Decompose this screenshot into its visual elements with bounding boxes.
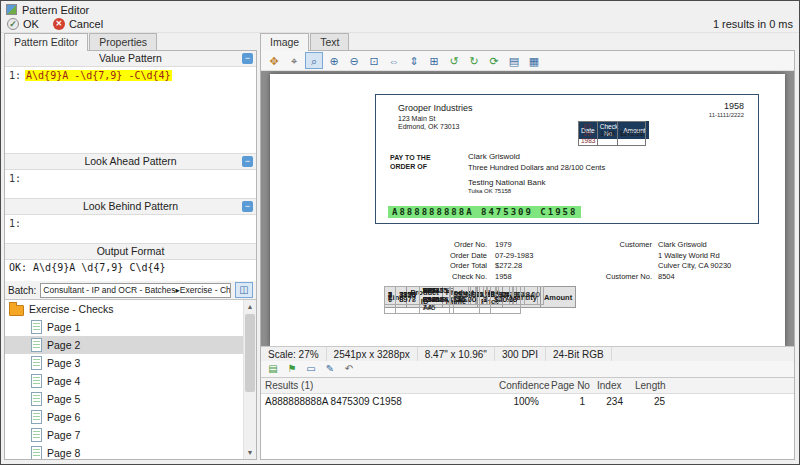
pan-tool-icon[interactable]: ✥ bbox=[265, 52, 283, 69]
zoom-fit-icon[interactable]: ⊡ bbox=[365, 52, 383, 69]
column-page-no[interactable]: Page No bbox=[551, 380, 597, 391]
check-company: Grooper Industries bbox=[398, 103, 473, 113]
ok-button[interactable]: ✓ OK bbox=[7, 18, 39, 30]
column-length[interactable]: Length bbox=[635, 380, 677, 391]
save-icon[interactable]: ▤ bbox=[505, 52, 523, 69]
result-text: A888888888A 8475309 C1958 bbox=[261, 396, 499, 407]
collapse-value-pattern-button[interactable]: − bbox=[242, 53, 253, 64]
collapse-look-ahead-button[interactable]: − bbox=[242, 156, 253, 167]
stub-amount: $272.28 bbox=[617, 122, 646, 146]
tree-scrollbar[interactable]: ▲ ▼ bbox=[243, 300, 256, 459]
check-address2: Edmond, OK 73013 bbox=[398, 123, 460, 130]
order-field-value: 1958 bbox=[495, 272, 512, 283]
zoom-in-icon[interactable]: ⊕ bbox=[325, 52, 343, 69]
app-icon bbox=[6, 4, 17, 15]
batch-combobox[interactable]: Consultant - IP and OCR - Batches▸Exerci… bbox=[40, 283, 231, 298]
batch-browse-button[interactable]: ◫ bbox=[235, 282, 253, 298]
pattern-editor-panel: Pattern Editor Properties Value Pattern … bbox=[4, 33, 257, 460]
tree-item-page-1[interactable]: Page 1 bbox=[5, 318, 256, 336]
window-title: Pattern Editor bbox=[22, 4, 89, 16]
order-field-value: 07-29-1983 bbox=[495, 251, 533, 262]
tree-item-page-5[interactable]: Page 5 bbox=[5, 390, 256, 408]
document-page: Grooper Industries 123 Main St Edmond, O… bbox=[270, 74, 785, 346]
result-row[interactable]: A888888888A 8475309 C1958 100% 1 234 25 bbox=[261, 394, 794, 409]
scroll-up-button[interactable]: ▲ bbox=[244, 300, 256, 313]
tree-item-page-4[interactable]: Page 4 bbox=[5, 372, 256, 390]
result-confidence: 100% bbox=[499, 396, 551, 407]
status-dpi: 300 DPI bbox=[495, 347, 546, 361]
zones-icon[interactable]: ▭ bbox=[303, 362, 319, 376]
look-behind-input[interactable]: 1: bbox=[5, 214, 256, 244]
export-grid-icon[interactable]: ▦ bbox=[525, 52, 543, 69]
check-payee: Clark Griswold bbox=[468, 152, 520, 161]
batch-value: Consultant - IP and OCR - Batches▸Exerci… bbox=[43, 285, 231, 295]
check-address1: 123 Main St bbox=[398, 115, 435, 122]
order-field-label: Order Total bbox=[430, 261, 495, 272]
tree-root-label: Exercise - Checks bbox=[29, 303, 114, 315]
pay-to-label: PAY TO THE ORDER OF bbox=[390, 153, 431, 171]
zoom-width-icon[interactable]: ⇔ bbox=[385, 52, 403, 69]
page-icon bbox=[31, 392, 42, 406]
zoom-height-icon[interactable]: ⇕ bbox=[405, 52, 423, 69]
flag-icon[interactable]: ⚑ bbox=[284, 362, 300, 376]
tab-text[interactable]: Text bbox=[310, 33, 349, 50]
tree-item-page-7[interactable]: Page 7 bbox=[5, 426, 256, 444]
result-page: 1 bbox=[551, 396, 597, 407]
cancel-icon: ✕ bbox=[53, 18, 65, 30]
status-scale: Scale: 27% bbox=[261, 347, 327, 361]
zoom-out-icon[interactable]: ⊖ bbox=[345, 52, 363, 69]
refresh-icon[interactable]: ⟳ bbox=[485, 52, 503, 69]
look-ahead-input[interactable]: 1: bbox=[5, 169, 256, 199]
left-tabstrip: Pattern Editor Properties bbox=[4, 33, 257, 50]
results-status: 1 results in 0 ms bbox=[713, 18, 793, 30]
status-pixel-size: 2541px x 3288px bbox=[327, 347, 418, 361]
zoom-actual-icon[interactable]: ⊞ bbox=[425, 52, 443, 69]
scroll-down-button[interactable]: ▼ bbox=[244, 446, 256, 459]
tree-item-page-6[interactable]: Page 6 bbox=[5, 408, 256, 426]
value-pattern-input[interactable]: 1:A\d{9}A -\d{7,9} -C\d{4} bbox=[5, 66, 256, 154]
check-bank-name: Testing National Bank bbox=[468, 178, 545, 187]
tab-image[interactable]: Image bbox=[260, 33, 309, 51]
customer-info: CustomerClark Griswold 1 Walley World Rd… bbox=[600, 240, 731, 282]
tree-item-page-2[interactable]: Page 2 bbox=[5, 336, 256, 354]
layers-icon[interactable]: ▤ bbox=[265, 362, 281, 376]
cancel-label: Cancel bbox=[69, 18, 103, 30]
edit-icon[interactable]: ✎ bbox=[322, 362, 338, 376]
column-index[interactable]: Index bbox=[597, 380, 635, 391]
tree-item-root[interactable]: Exercise - Checks bbox=[5, 300, 256, 318]
value-pattern-header: Value Pattern − bbox=[5, 51, 256, 66]
column-confidence[interactable]: Confidence bbox=[499, 380, 551, 391]
image-status-bar: Scale: 27% 2541px x 3288px 8.47" x 10.96… bbox=[261, 346, 794, 361]
zoom-region-icon[interactable]: ⌕ bbox=[305, 52, 323, 69]
output-format-box: OK: A\d{9}A \d{7,9} C\d{4} bbox=[5, 259, 256, 281]
page-icon bbox=[31, 338, 42, 352]
customer-label: Customer bbox=[600, 240, 658, 251]
select-icon[interactable]: ⌖ bbox=[285, 52, 303, 69]
ok-icon: ✓ bbox=[7, 18, 19, 30]
title-bar: Pattern Editor bbox=[1, 1, 799, 16]
rotate-right-icon[interactable]: ↻ bbox=[465, 52, 483, 69]
line-number: 1: bbox=[9, 218, 21, 229]
tab-pattern-editor[interactable]: Pattern Editor bbox=[4, 33, 88, 51]
page-icon bbox=[31, 428, 42, 442]
tree-item-page-8[interactable]: Page 8 bbox=[5, 444, 256, 459]
image-panel: Image Text ✥ ⌖ ⌕ ⊕ ⊖ ⊡ ⇔ ⇕ ⊞ ↺ ↻ ⟳ ▤ ▦ bbox=[260, 33, 795, 460]
results-empty-area bbox=[261, 409, 794, 459]
page-icon bbox=[31, 410, 42, 424]
image-viewer[interactable]: Grooper Industries 123 Main St Edmond, O… bbox=[261, 71, 794, 346]
order-field-label: Check No. bbox=[430, 272, 495, 283]
undo-icon[interactable]: ↶ bbox=[341, 362, 357, 376]
collapse-look-behind-button[interactable]: − bbox=[242, 201, 253, 212]
check-fraction: 11-1111/2222 bbox=[709, 112, 744, 118]
rotate-left-icon[interactable]: ↺ bbox=[445, 52, 463, 69]
batch-label: Batch: bbox=[8, 285, 36, 296]
customer-no-label: Customer No. bbox=[600, 272, 658, 283]
cancel-button[interactable]: ✕ Cancel bbox=[53, 18, 103, 30]
output-format-header: Output Format bbox=[5, 244, 256, 259]
stub-checkno: 1958 bbox=[598, 122, 617, 146]
tab-properties[interactable]: Properties bbox=[89, 33, 157, 50]
order-field-label: Order Date bbox=[430, 251, 495, 262]
scrollbar-thumb[interactable] bbox=[245, 314, 255, 392]
tree-item-page-3[interactable]: Page 3 bbox=[5, 354, 256, 372]
edit-toolbar: ▤ ⚑ ▭ ✎ ↶ bbox=[261, 361, 794, 377]
